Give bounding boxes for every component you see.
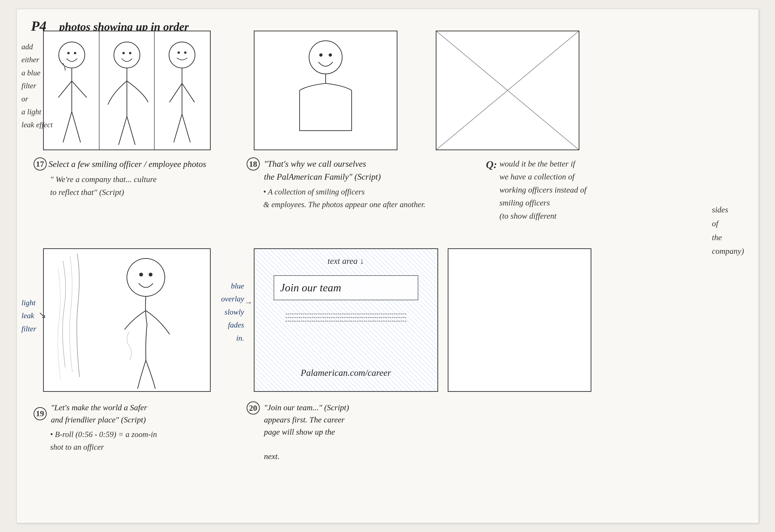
frame-1-left-annotation: addeithera bluefilterora lightleak effec… <box>17 40 65 131</box>
anno-20-title: "Join our team..." (Script) appears firs… <box>264 401 349 462</box>
anno-19-detail: • B-roll (0:56 - 0:59) = a zoom-inshot t… <box>33 428 235 454</box>
anno-17-title: Select a few smiling officer / employee … <box>49 158 207 171</box>
annotation-20: 20 "Join our team..." (Script) appears f… <box>247 401 462 465</box>
anno-18-detail: • A collection of smiling officers & emp… <box>247 186 450 211</box>
svg-line-14 <box>118 116 127 145</box>
join-text: Join our team <box>280 280 412 295</box>
anno-18-title: "That's why we call ourselvesthe PalAmer… <box>264 157 381 183</box>
storyboard-page: P4 photos showing up in order <box>17 9 759 523</box>
arrow-blue: ← <box>244 299 253 308</box>
svg-point-24 <box>309 41 342 74</box>
svg-line-21 <box>182 83 195 102</box>
annotation-18: 18 "That's why we call ourselvesthe PalA… <box>247 157 450 211</box>
svg-point-25 <box>319 53 323 57</box>
light-leak-label: lightleakfilter <box>17 296 36 335</box>
svg-point-4 <box>74 52 76 54</box>
svg-point-12 <box>129 52 131 54</box>
svg-point-32 <box>149 273 152 277</box>
number-circle-18: 18 <box>247 157 260 171</box>
svg-line-23 <box>182 114 190 143</box>
svg-point-31 <box>139 273 143 277</box>
number-circle-19: 19 <box>33 407 47 420</box>
svg-line-15 <box>127 116 135 145</box>
svg-line-7 <box>72 81 86 97</box>
blue-overlay-label: blueoverlayslowlyfadesin. <box>167 279 244 344</box>
number-circle-17: 17 <box>33 157 47 171</box>
frame-3 <box>436 31 579 150</box>
svg-line-9 <box>72 112 80 142</box>
svg-point-17 <box>177 51 180 54</box>
svg-point-10 <box>114 42 140 68</box>
frame-2 <box>254 31 397 150</box>
text-area-label: text area ↓ <box>328 255 364 267</box>
svg-point-16 <box>169 42 195 68</box>
svg-line-22 <box>173 114 182 143</box>
frame-2-svg <box>255 31 397 150</box>
dashes-area <box>286 314 406 321</box>
career-url: Palamerican.com/career <box>301 366 391 379</box>
annotation-19: 19 "Let's make the world a Saferand frie… <box>33 401 235 454</box>
frame-1-svg <box>44 31 210 150</box>
anno-q-text: would it be the better if we have a coll… <box>499 157 587 222</box>
join-box: Join our team <box>274 275 418 300</box>
arrow-light-leak: ↘ <box>38 309 46 320</box>
frame-6 <box>448 248 592 392</box>
number-circle-20: 20 <box>247 401 260 415</box>
frame-5: text area ↓ Join our team Palamerican.co… <box>254 248 438 392</box>
frame-3-svg <box>436 31 579 150</box>
svg-line-20 <box>169 83 182 102</box>
svg-point-3 <box>67 52 70 54</box>
annotation-17: 17 Select a few smiling officer / employ… <box>33 157 220 199</box>
svg-point-18 <box>184 51 186 54</box>
annotation-q: Q: would it be the better if we have a c… <box>486 157 725 222</box>
right-note: sidesofthecompany) <box>712 203 744 258</box>
anno-17-script: " We're a company that... cultureto refl… <box>33 173 220 199</box>
anno-19-title: "Let's make the world a Saferand friendl… <box>51 401 147 426</box>
svg-point-30 <box>127 259 165 296</box>
svg-point-11 <box>122 52 125 54</box>
frame-1 <box>43 31 211 150</box>
svg-point-26 <box>329 53 332 57</box>
